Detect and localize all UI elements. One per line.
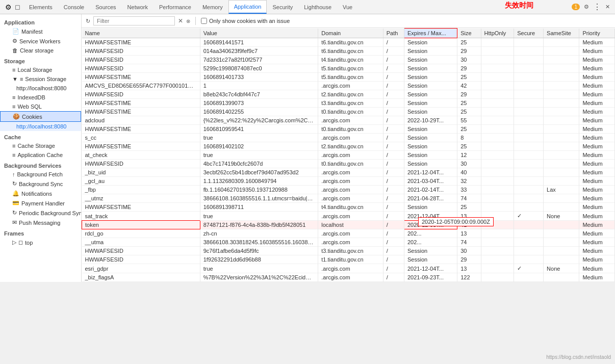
- sidebar-item-cache-storage[interactable]: ≡ Cache Storage: [0, 141, 81, 150]
- sidebar-item-session-storage[interactable]: ▼ ≡ Session Storage: [0, 74, 81, 84]
- tab-vue[interactable]: Vue: [337, 0, 358, 14]
- sidebar-item-top-frame[interactable]: ▷ ◻ top: [0, 238, 81, 247]
- table-row[interactable]: s_cctrue.arcgis.com/Session8Medium: [82, 134, 615, 142]
- table-row[interactable]: rdcl_gozh-cn.arcgis.com/202...13Medium: [82, 229, 615, 238]
- only-show-cookies-label[interactable]: Only show cookies with an issue: [201, 18, 290, 24]
- table-row[interactable]: HWWAFSESTIME1606810959541t0.tianditu.gov…: [82, 125, 615, 134]
- cell-value: true: [200, 151, 318, 160]
- table-row[interactable]: at_checktrue.arcgis.com/Session12Medium: [82, 151, 615, 160]
- sidebar-item-clear-storage[interactable]: 🗑 Clear storage: [0, 46, 81, 55]
- col-header-samesite[interactable]: SameSite: [544, 29, 579, 38]
- col-header-expires[interactable]: Expires / Max...: [404, 29, 457, 38]
- sidebar-item-cookies[interactable]: 🍪 Cookies: [0, 111, 81, 122]
- tab-application[interactable]: Application: [228, 0, 267, 14]
- cell-value: 1606891401733: [200, 73, 318, 82]
- table-row[interactable]: HWWAFSESTIME1606891398711t4.tianditu.gov…: [82, 203, 615, 212]
- table-row[interactable]: _gcl_au1.1.1132680309.1600849794.arcgis.…: [82, 177, 615, 186]
- col-header-value[interactable]: Value: [200, 29, 318, 38]
- sidebar-item-periodic-bg-sync[interactable]: ↻ Periodic Background Sync: [0, 208, 81, 218]
- tab-elements[interactable]: Elements: [23, 0, 58, 14]
- col-header-secure[interactable]: Secure: [514, 29, 544, 38]
- sidebar-item-manifest[interactable]: 📄 Manifest: [0, 27, 81, 36]
- col-header-httponly[interactable]: HttpOnly: [481, 29, 514, 38]
- cell-expires: 202...: [404, 229, 457, 238]
- filter-input[interactable]: [93, 16, 175, 25]
- table-row[interactable]: adcloud{%22les_v%22:%22y%2Carcgis.com%2C…: [82, 116, 615, 125]
- table-row[interactable]: sat_tracktrue.arcgis.com/2021-12-04T...1…: [82, 212, 615, 221]
- inspect-icon[interactable]: ◻: [15, 3, 20, 11]
- cell-secure: [514, 64, 544, 73]
- cell-secure: [514, 168, 544, 177]
- sidebar-section-storage: Storage: [0, 55, 81, 65]
- tab-sources[interactable]: Sources: [90, 0, 121, 14]
- table-row[interactable]: HWWAFSESTIME1606891401733t5.tianditu.gov…: [82, 73, 615, 82]
- tab-performance[interactable]: Performance: [153, 0, 197, 14]
- table-row[interactable]: HWWAFSESID1f92632291dd6d96b88t1.tianditu…: [82, 255, 615, 264]
- settings-icon[interactable]: ⚙: [584, 4, 589, 10]
- sidebar-item-payment-handler[interactable]: 💳 Payment Handler: [0, 198, 81, 208]
- filter-search-icon[interactable]: ⊗: [186, 18, 190, 24]
- table-row[interactable]: HWWAFSESTIME1606891402255t0.tianditu.gov…: [82, 108, 615, 116]
- table-row[interactable]: HWWAFSESID5299c19980874087ec0t5.tianditu…: [82, 64, 615, 73]
- table-row[interactable]: HWWAFSESTIME1606891399073t3.tianditu.gov…: [82, 99, 615, 108]
- close-icon[interactable]: ✕: [605, 4, 610, 10]
- filter-clear-icon[interactable]: ✕: [178, 17, 183, 24]
- tab-network[interactable]: Network: [122, 0, 153, 14]
- sidebar-item-indexeddb[interactable]: ≡ IndexedDB: [0, 93, 81, 102]
- cell-httponly: [481, 273, 514, 282]
- cell-priority: Medium: [579, 47, 615, 56]
- table-row[interactable]: HWWAFSESTIME1606891402102t2.tianditu.gov…: [82, 142, 615, 151]
- table-row[interactable]: HWWAFSESIDb8eb243c7c4dbf447c7t2.tianditu…: [82, 90, 615, 99]
- sidebar-item-local-storage[interactable]: ≡ Local Storage: [0, 65, 81, 74]
- only-show-cookies-checkbox[interactable]: [201, 18, 207, 24]
- table-row[interactable]: HWWAFSESID014aa340623f9fef9c7t6.tianditu…: [82, 47, 615, 56]
- table-row[interactable]: __utmz38666108.1603855516.1.1.utmcsr=bai…: [82, 194, 615, 203]
- col-header-path[interactable]: Path: [383, 29, 404, 38]
- table-row[interactable]: HWWAFSESID9c76f1afbe6da4d5f9fct3.tiandit…: [82, 247, 615, 255]
- frames-expand-icon: ◻: [18, 239, 23, 246]
- cell-secure: [514, 108, 544, 116]
- table-row[interactable]: token87487121-f876-4c4a-838b-f9db5f42805…: [82, 221, 615, 229]
- tab-memory[interactable]: Memory: [197, 0, 228, 14]
- table-row[interactable]: HWWAFSESID7d2331c27a82f10f2577t4.tiandit…: [82, 56, 615, 64]
- tab-security[interactable]: Security: [267, 0, 298, 14]
- cell-expires: Session: [404, 99, 457, 108]
- tab-lighthouse[interactable]: Lighthouse: [298, 0, 337, 14]
- sidebar-item-session-localhost[interactable]: http://localhost:8080: [0, 84, 81, 93]
- col-header-size[interactable]: Size: [457, 29, 481, 38]
- cell-expires: 2021-12-04T...: [404, 264, 457, 273]
- cell-path: /: [383, 168, 404, 177]
- expires-tooltip: 2020-12-05T09:00:09.000Z: [418, 217, 494, 226]
- col-header-priority[interactable]: Priority: [579, 29, 615, 38]
- devtools-icon: ⚙: [5, 3, 12, 11]
- table-row[interactable]: _fbpfb.1.1604627019350.1937120988.arcgis…: [82, 186, 615, 194]
- col-header-name[interactable]: Name: [82, 29, 200, 38]
- table-row[interactable]: AMCVS_ED8D65E655FAC7797F000101%40Ad...1.…: [82, 82, 615, 90]
- cell-size: 25: [457, 108, 481, 116]
- sidebar-item-web-sql[interactable]: ≡ Web SQL: [0, 102, 81, 111]
- sidebar-item-bg-sync[interactable]: ↻ Background Sync: [0, 179, 81, 189]
- table-row[interactable]: HWWAFSESTIME1606891441571t6.tianditu.gov…: [82, 38, 615, 47]
- table-row[interactable]: esri_gdprtrue.arcgis.com/2021-12-04T...1…: [82, 264, 615, 273]
- table-row[interactable]: HWWAFSESID4bc7c17419b0cfc2607dt0.tiandit…: [82, 160, 615, 168]
- sidebar-item-service-workers[interactable]: ⚙ Service Workers: [0, 36, 81, 46]
- sidebar-item-app-cache[interactable]: ≡ Application Cache: [0, 150, 81, 160]
- cell-name: HWWAFSESID: [82, 47, 200, 56]
- table-row[interactable]: _biz_uid3ecbf262cc5b41dbcef79d407ad953d2…: [82, 168, 615, 177]
- cell-expires: Session: [404, 247, 457, 255]
- cell-samesite: [544, 160, 579, 168]
- table-row[interactable]: __utma38666108.303818245.1603855516.1603…: [82, 238, 615, 247]
- sidebar-item-notifications[interactable]: 🔔 Notifications: [0, 189, 81, 198]
- table-row[interactable]: _biz_flagsA%7B%22Version%22%3A1%2C%22Eci…: [82, 273, 615, 282]
- sidebar-item-cookies-localhost[interactable]: http://localhost:8080: [0, 122, 81, 131]
- more-icon[interactable]: ⋮: [593, 2, 601, 12]
- cell-samesite: [544, 108, 579, 116]
- cell-value: 1606891441571: [200, 38, 318, 47]
- refresh-icon[interactable]: ↻: [86, 18, 90, 24]
- col-header-domain[interactable]: Domain: [318, 29, 383, 38]
- cell-name: HWWAFSESTIME: [82, 125, 200, 134]
- tab-console[interactable]: Console: [58, 0, 90, 14]
- sidebar-item-push-messaging[interactable]: ✉ Push Messaging: [0, 218, 81, 227]
- sidebar-item-bg-fetch[interactable]: ↑ Background Fetch: [0, 170, 81, 179]
- cell-path: /: [383, 90, 404, 99]
